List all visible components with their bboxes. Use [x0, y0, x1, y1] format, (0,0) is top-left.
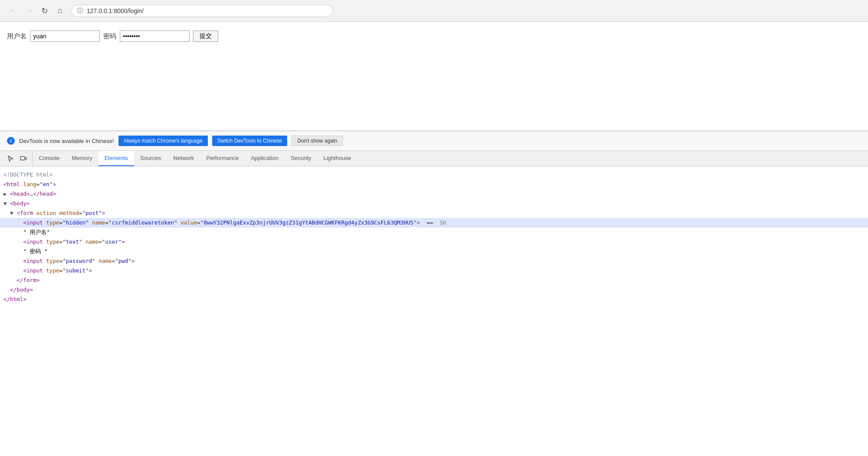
tab-application[interactable]: Application	[245, 151, 285, 166]
svg-rect-0	[20, 157, 25, 160]
submit-button[interactable]: 提交	[193, 31, 218, 42]
code-line-html: <html lang="en">	[0, 180, 868, 189]
tab-elements[interactable]: Elements	[98, 151, 134, 166]
forward-button[interactable]: →	[23, 5, 35, 17]
security-icon: ⓘ	[77, 7, 83, 15]
code-line-password-text: " 密码 "	[0, 247, 868, 256]
always-match-button[interactable]: Always match Chrome's language	[119, 136, 208, 146]
code-line-csrf[interactable]: <input type="hidden" name="csrfmiddlewar…	[0, 218, 868, 228]
code-line-input-user: <input type="text" name="user">	[0, 237, 868, 247]
username-label: 用户名	[7, 32, 27, 41]
code-line-username-text: " 用户名"	[0, 228, 868, 237]
browser-chrome: ← → ↻ ⌂ ⓘ 127.0.0.1:8000/login/	[0, 0, 868, 22]
devtools-banner: i DevTools is now available in Chinese! …	[0, 131, 868, 151]
tab-memory[interactable]: Memory	[66, 151, 98, 166]
devtools-tabs: Console Memory Elements Sources Network …	[0, 151, 868, 167]
code-line-input-submit: <input type="submit">	[0, 266, 868, 276]
code-line-form-close: </form>	[0, 276, 868, 285]
code-line-form: ▼ <form action method="post">	[0, 208, 868, 218]
url-text: 127.0.0.1:8000/login/	[87, 7, 144, 14]
home-button[interactable]: ⌂	[54, 5, 66, 17]
tab-network[interactable]: Network	[167, 151, 200, 166]
password-input[interactable]	[120, 31, 190, 42]
address-bar[interactable]: ⓘ 127.0.0.1:8000/login/	[71, 5, 333, 17]
tab-icons	[2, 151, 33, 166]
code-line-body-close: </body>	[0, 285, 868, 295]
device-icon[interactable]	[18, 153, 29, 164]
tab-performance[interactable]: Performance	[200, 151, 244, 166]
tab-sources[interactable]: Sources	[134, 151, 167, 166]
login-form: 用户名 密码 提交	[7, 31, 861, 42]
tab-console[interactable]: Console	[33, 151, 66, 166]
code-line-body: ▼ <body>	[0, 199, 868, 208]
code-line-doctype: <!DOCTYPE html>	[0, 170, 868, 180]
code-line-head: ▶ <head>…</head>	[0, 189, 868, 199]
reload-button[interactable]: ↻	[38, 5, 51, 17]
cursor-icon[interactable]	[5, 153, 16, 164]
tab-security[interactable]: Security	[285, 151, 317, 166]
switch-chinese-button[interactable]: Switch DevTools to Chinese	[212, 136, 288, 146]
dont-show-again-button[interactable]: Don't show again	[292, 136, 343, 146]
nav-buttons: ← → ↻ ⌂	[7, 5, 66, 17]
username-input[interactable]	[30, 31, 100, 42]
password-label: 密码	[103, 32, 116, 41]
back-button[interactable]: ←	[7, 5, 19, 17]
devtools-content: <!DOCTYPE html> <html lang="en"> ▶ <head…	[0, 167, 868, 456]
tab-lighthouse[interactable]: Lighthouse	[317, 151, 357, 166]
info-icon: i	[7, 137, 15, 145]
code-line-input-pwd: <input type="password" name="pwd">	[0, 256, 868, 266]
svg-rect-1	[25, 157, 27, 160]
tab-list: Console Memory Elements Sources Network …	[33, 151, 357, 166]
devtools-wrapper: i DevTools is now available in Chinese! …	[0, 131, 868, 456]
code-line-html-close: </html>	[0, 295, 868, 304]
banner-text: DevTools is now available in Chinese!	[19, 138, 114, 144]
page-content: 用户名 密码 提交	[0, 22, 868, 131]
